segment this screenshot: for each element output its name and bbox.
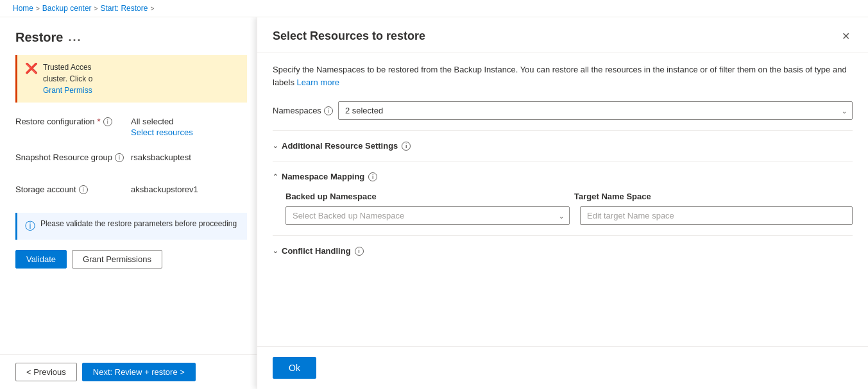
breadcrumb-sep-1: > xyxy=(36,5,40,12)
backed-up-namespace-dropdown[interactable]: Select Backed up Namespace ⌄ xyxy=(285,206,570,225)
mapping-header-row: Backed up Namespace Target Name Space xyxy=(285,192,853,201)
storage-account-info-icon[interactable]: i xyxy=(79,185,88,194)
additional-resource-header[interactable]: ⌄ Additional Resource Settings i xyxy=(273,136,853,156)
main-layout: Restore ... ❌ Trusted Acces cluster. Cli… xyxy=(0,17,868,389)
namespaces-label: Namespaces i xyxy=(273,106,333,115)
restore-config-row: Restore configuration * i All selected S… xyxy=(15,113,247,137)
namespace-mapping-info-icon[interactable]: i xyxy=(368,172,377,181)
next-button[interactable]: Next: Review + restore > xyxy=(82,363,196,381)
namespace-mapping-header[interactable]: ⌃ Namespace Mapping i xyxy=(273,167,853,186)
info-banner-icon: ⓘ xyxy=(25,220,35,233)
snapshot-rg-info-icon[interactable]: i xyxy=(115,153,124,162)
info-banner-text: Please validate the restore parameters b… xyxy=(40,219,237,228)
mapping-input-row: Select Backed up Namespace ⌄ xyxy=(285,206,853,225)
conflict-handling-header[interactable]: ⌄ Conflict Handling i xyxy=(273,241,853,261)
breadcrumb: Home > Backup center > Start: Restore > xyxy=(0,0,868,17)
namespaces-value: 2 selected xyxy=(345,106,383,115)
namespace-mapping-content: Backed up Namespace Target Name Space Se… xyxy=(273,186,853,230)
conflict-handling-info-icon[interactable]: i xyxy=(355,247,364,256)
page-title-row: Restore ... xyxy=(15,30,247,45)
left-panel: Restore ... ❌ Trusted Acces cluster. Cli… xyxy=(0,17,263,389)
grant-permissions-link[interactable]: Grant Permiss xyxy=(43,86,92,95)
page-title: Restore xyxy=(15,30,63,45)
error-circle-icon: ❌ xyxy=(25,62,38,74)
breadcrumb-backup-center[interactable]: Backup center xyxy=(42,4,92,13)
conflict-handling-section: ⌄ Conflict Handling i xyxy=(273,241,853,261)
page-title-dots[interactable]: ... xyxy=(68,31,81,44)
close-overlay-button[interactable]: ✕ xyxy=(839,28,853,45)
conflict-handling-label: Conflict Handling xyxy=(282,246,351,256)
restore-config-info-icon[interactable]: i xyxy=(103,117,112,126)
target-col-header: Target Name Space xyxy=(574,192,853,201)
overlay-footer: Ok xyxy=(257,346,868,389)
divider-1 xyxy=(273,130,853,131)
ok-button[interactable]: Ok xyxy=(273,357,316,379)
additional-resource-chevron-icon: ⌄ xyxy=(273,142,278,149)
bottom-nav: < Previous Next: Review + restore > xyxy=(0,354,263,389)
snapshot-rg-row: Snapshot Resource group i rsaksbackuptes… xyxy=(15,149,247,169)
breadcrumb-home[interactable]: Home xyxy=(13,4,33,13)
storage-account-value: aksbackupstorev1 xyxy=(131,181,247,194)
additional-resource-label: Additional Resource Settings xyxy=(282,141,398,151)
info-banner: ⓘ Please validate the restore parameters… xyxy=(15,213,247,240)
backed-up-namespace-placeholder: Select Backed up Namespace xyxy=(293,211,404,220)
additional-resource-info-icon[interactable]: i xyxy=(402,142,411,151)
namespace-mapping-label: Namespace Mapping xyxy=(282,172,364,181)
breadcrumb-sep-2: > xyxy=(94,5,98,12)
backed-up-namespace-chevron-icon: ⌄ xyxy=(559,212,564,219)
overlay-description: Specify the Namespaces to be restored fr… xyxy=(273,63,853,88)
required-mark: * xyxy=(98,117,101,126)
overlay-title: Select Resources to restore xyxy=(273,29,425,43)
namespaces-field-row: Namespaces i 2 selected ⌄ xyxy=(273,101,853,120)
snapshot-rg-label: Snapshot Resource group i xyxy=(15,149,131,162)
validate-button[interactable]: Validate xyxy=(15,250,67,269)
action-buttons: Validate Grant Permissions xyxy=(15,250,247,269)
snapshot-rg-value: rsaksbackuptest xyxy=(131,149,247,162)
mapping-table: Backed up Namespace Target Name Space Se… xyxy=(285,192,853,225)
error-text: Trusted Acces cluster. Click o Grant Per… xyxy=(43,62,92,96)
grant-permissions-button[interactable]: Grant Permissions xyxy=(72,250,162,269)
breadcrumb-start-restore[interactable]: Start: Restore xyxy=(100,4,148,13)
storage-account-label: Storage account i xyxy=(15,181,131,194)
namespaces-chevron-icon: ⌄ xyxy=(842,107,847,114)
storage-account-row: Storage account i aksbackupstorev1 xyxy=(15,181,247,201)
conflict-handling-chevron-icon: ⌄ xyxy=(273,247,278,254)
namespace-mapping-chevron-icon: ⌃ xyxy=(273,173,278,180)
previous-button[interactable]: < Previous xyxy=(15,363,77,381)
divider-3 xyxy=(273,235,853,236)
additional-resource-section: ⌄ Additional Resource Settings i xyxy=(273,136,853,156)
breadcrumb-sep-3: > xyxy=(150,5,154,12)
backed-up-col-header: Backed up Namespace xyxy=(285,192,564,201)
error-text-line2: cluster. Click o xyxy=(43,74,92,83)
overlay-panel: Select Resources to restore ✕ Specify th… xyxy=(257,17,868,389)
namespaces-info-icon[interactable]: i xyxy=(324,106,333,115)
namespaces-dropdown[interactable]: 2 selected ⌄ xyxy=(338,101,853,120)
restore-config-label: Restore configuration * i xyxy=(15,113,131,126)
restore-config-value: All selected Select resources xyxy=(131,113,247,137)
error-text-line1: Trusted Acces xyxy=(43,63,92,72)
divider-2 xyxy=(273,161,853,161)
select-resources-link[interactable]: Select resources xyxy=(131,128,247,137)
form-section: Restore configuration * i All selected S… xyxy=(15,113,247,201)
namespace-mapping-section: ⌃ Namespace Mapping i Backed up Namespac… xyxy=(273,167,853,230)
overlay-header: Select Resources to restore ✕ xyxy=(257,17,868,53)
overlay-body: Specify the Namespaces to be restored fr… xyxy=(257,53,868,346)
target-namespace-input[interactable] xyxy=(580,206,853,225)
learn-more-link[interactable]: Learn more xyxy=(297,78,339,87)
error-notice: ❌ Trusted Acces cluster. Click o Grant P… xyxy=(15,55,247,103)
